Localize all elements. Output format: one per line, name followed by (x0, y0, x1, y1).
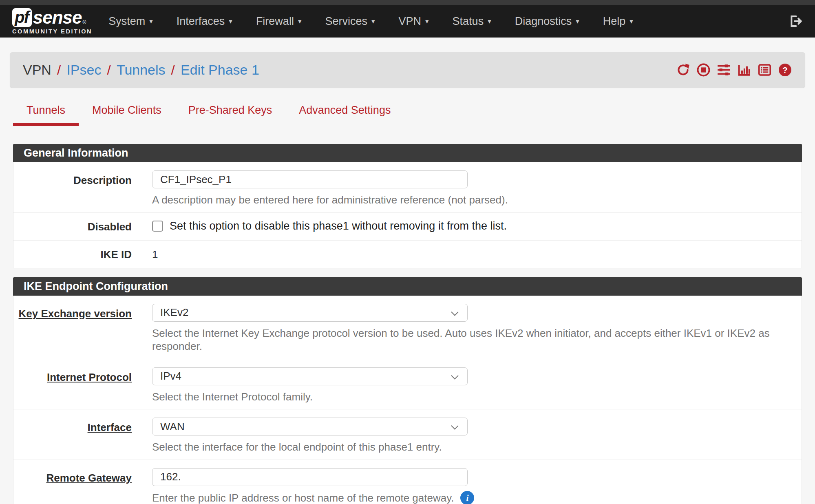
tab-bar: Tunnels Mobile Clients Pre-Shared Keys A… (13, 104, 805, 126)
pfsense-logo-sense: sense (33, 9, 82, 27)
nav-item-help[interactable]: Help ▾ (603, 15, 633, 28)
community-edition-label: COMMUNITY EDITION (12, 28, 92, 35)
nav-item-status[interactable]: Status ▾ (453, 15, 491, 28)
breadcrumb-bar: VPN / IPsec / Tunnels / Edit Phase 1 (10, 52, 805, 88)
chevron-down-icon (451, 372, 458, 379)
remote-gateway-label: Remote Gateway (13, 468, 132, 504)
internet-protocol-help: Select the Internet Protocol family. (152, 390, 802, 404)
breadcrumb-edit-phase1[interactable]: Edit Phase 1 (181, 62, 259, 78)
key-exchange-row: Key Exchange version IKEv2 Select the In… (13, 296, 802, 359)
info-icon[interactable]: i (460, 491, 474, 504)
log-list-icon[interactable] (758, 63, 772, 77)
interface-label: Interface (13, 418, 132, 454)
breadcrumb-actions: ? (676, 63, 792, 77)
breadcrumb-vpn: VPN (23, 62, 51, 78)
stop-circle-icon[interactable] (696, 63, 711, 77)
caret-down-icon: ▾ (425, 17, 429, 26)
key-exchange-label: Key Exchange version (13, 304, 132, 353)
caret-down-icon: ▾ (576, 17, 579, 26)
tab-mobile-clients[interactable]: Mobile Clients (79, 104, 175, 126)
main-navbar: pf sense ® COMMUNITY EDITION System ▾ In… (0, 5, 815, 38)
internet-protocol-select[interactable]: IPv4 (152, 367, 468, 385)
ike-id-value: 1 (152, 248, 802, 261)
description-input[interactable] (152, 170, 468, 188)
svg-text:?: ? (782, 65, 788, 75)
tab-pre-shared-keys[interactable]: Pre-Shared Keys (175, 104, 286, 126)
tab-advanced-settings[interactable]: Advanced Settings (285, 104, 404, 126)
chevron-down-icon (451, 308, 458, 316)
breadcrumb-separator: / (107, 62, 110, 78)
interface-select[interactable]: WAN (152, 418, 468, 435)
nav-item-diagnostics[interactable]: Diagnostics ▾ (515, 15, 579, 28)
caret-down-icon: ▾ (298, 17, 302, 26)
pfsense-logo-pf: pf (12, 8, 32, 27)
ike-id-row: IKE ID 1 (13, 240, 802, 268)
interface-help: Select the interface for the local endpo… (152, 440, 802, 454)
remote-gateway-input[interactable] (152, 468, 468, 486)
ike-id-label: IKE ID (13, 248, 132, 261)
internet-protocol-selected-value: IPv4 (160, 370, 181, 382)
panel-title: IKE Endpoint Configuration (13, 277, 802, 296)
help-circle-icon[interactable]: ? (778, 63, 792, 77)
registered-mark: ® (83, 20, 86, 25)
ike-endpoint-panel: IKE Endpoint Configuration Key Exchange … (13, 277, 802, 504)
disabled-label: Disabled (13, 220, 132, 233)
key-exchange-help: Select the Internet Key Exchange protoco… (152, 327, 802, 353)
breadcrumb-ipsec[interactable]: IPsec (66, 62, 101, 78)
remote-gateway-help: Enter the public IP address or host name… (152, 491, 802, 504)
key-exchange-selected-value: IKEv2 (160, 306, 188, 319)
top-strip (0, 0, 815, 5)
disabled-row: Disabled Set this option to disable this… (13, 212, 802, 240)
interface-row: Interface WAN Select the interface for t… (13, 409, 802, 460)
nav-item-vpn[interactable]: VPN ▾ (399, 15, 429, 28)
page-content: VPN / IPsec / Tunnels / Edit Phase 1 (0, 52, 815, 504)
chevron-down-icon (451, 422, 458, 430)
nav-item-system[interactable]: System ▾ (108, 15, 153, 28)
description-row: Description A description may be entered… (13, 162, 802, 212)
description-help: A description may be entered here for ad… (152, 193, 802, 207)
breadcrumb-separator: / (57, 62, 61, 78)
nav-item-services[interactable]: Services ▾ (325, 15, 375, 28)
caret-down-icon: ▾ (371, 17, 375, 26)
caret-down-icon: ▾ (488, 17, 491, 26)
sliders-icon[interactable] (717, 63, 731, 77)
internet-protocol-row: Internet Protocol IPv4 Select the Intern… (13, 359, 802, 409)
bar-chart-icon[interactable] (737, 63, 751, 77)
breadcrumb-tunnels[interactable]: Tunnels (117, 62, 166, 78)
caret-down-icon: ▾ (629, 17, 633, 26)
key-exchange-version-select[interactable]: IKEv2 (152, 304, 468, 322)
nav-menu: System ▾ Interfaces ▾ Firewall ▾ Service… (108, 15, 633, 28)
disabled-checkbox[interactable] (152, 221, 163, 232)
pfsense-logo[interactable]: pf sense ® COMMUNITY EDITION (12, 8, 92, 35)
breadcrumb: VPN / IPsec / Tunnels / Edit Phase 1 (23, 62, 259, 78)
general-information-panel: General Information Description A descri… (13, 144, 802, 268)
caret-down-icon: ▾ (229, 17, 232, 26)
nav-item-interfaces[interactable]: Interfaces ▾ (177, 15, 232, 28)
disabled-checkbox-label: Set this option to disable this phase1 w… (170, 220, 507, 232)
remote-gateway-row: Remote Gateway Enter the public IP addre… (13, 460, 802, 504)
internet-protocol-label: Internet Protocol (13, 367, 132, 404)
panel-title: General Information (13, 144, 802, 162)
breadcrumb-separator: / (171, 62, 175, 78)
refresh-icon[interactable] (676, 63, 690, 77)
caret-down-icon: ▾ (149, 17, 153, 26)
sign-out-icon[interactable] (788, 14, 803, 29)
interface-selected-value: WAN (160, 420, 185, 433)
description-label: Description (13, 170, 132, 207)
nav-item-firewall[interactable]: Firewall ▾ (256, 15, 302, 28)
tab-tunnels[interactable]: Tunnels (13, 104, 79, 126)
